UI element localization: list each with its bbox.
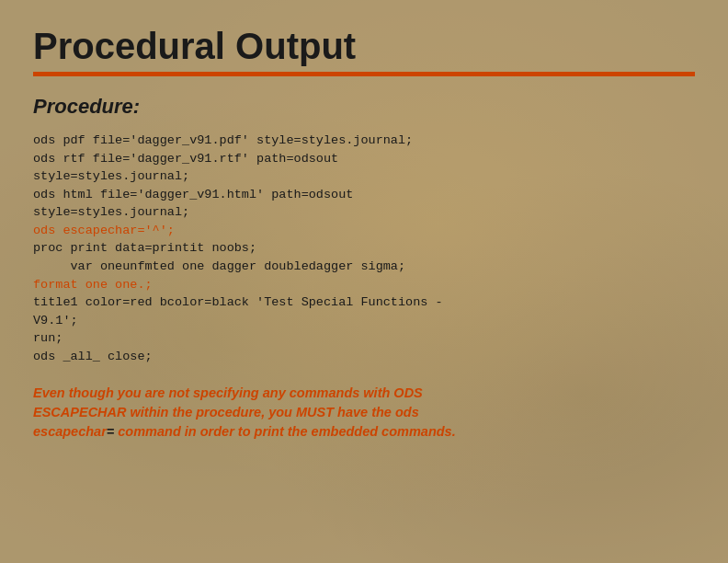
- title-section: Procedural Output: [33, 26, 695, 89]
- italic-note-line1: Even though you are not specifying any c…: [33, 385, 423, 400]
- code-line-orange: format one one.;: [33, 276, 695, 294]
- code-line: ods rtf file='dagger_v91.rtf' path=odsou…: [33, 150, 695, 168]
- orange-divider: [33, 72, 695, 76]
- italic-note: Even though you are not specifying any c…: [33, 384, 695, 442]
- italic-note-line3: escapechar= command in order to print th…: [33, 424, 456, 439]
- code-line: run;: [33, 329, 695, 348]
- slide-title: Procedural Output: [33, 26, 695, 66]
- code-line-orange: ods escapechar='^';: [33, 222, 695, 240]
- code-line: var oneunfmted one dagger doubledagger s…: [33, 258, 695, 276]
- code-line: ods pdf file='dagger_v91.pdf' style=styl…: [33, 132, 695, 150]
- code-line: proc print data=printit noobs;: [33, 239, 695, 258]
- code-line: ods html file='dagger_v91.html' path=ods…: [33, 186, 695, 204]
- italic-note-line2: ESCAPECHAR within the procedure, you MUS…: [33, 405, 419, 419]
- code-line: style=styles.journal;: [33, 203, 695, 222]
- procedure-label: Procedure:: [33, 95, 695, 119]
- code-line: V9.1';: [33, 312, 695, 330]
- code-block: ods pdf file='dagger_v91.pdf' style=styl…: [33, 132, 695, 365]
- code-line: title1 color=red bcolor=black 'Test Spec…: [33, 293, 695, 312]
- code-line: style=styles.journal;: [33, 167, 695, 186]
- slide-container: Procedural Output Procedure: ods pdf fil…: [0, 0, 728, 563]
- code-line: ods _all_ close;: [33, 348, 695, 366]
